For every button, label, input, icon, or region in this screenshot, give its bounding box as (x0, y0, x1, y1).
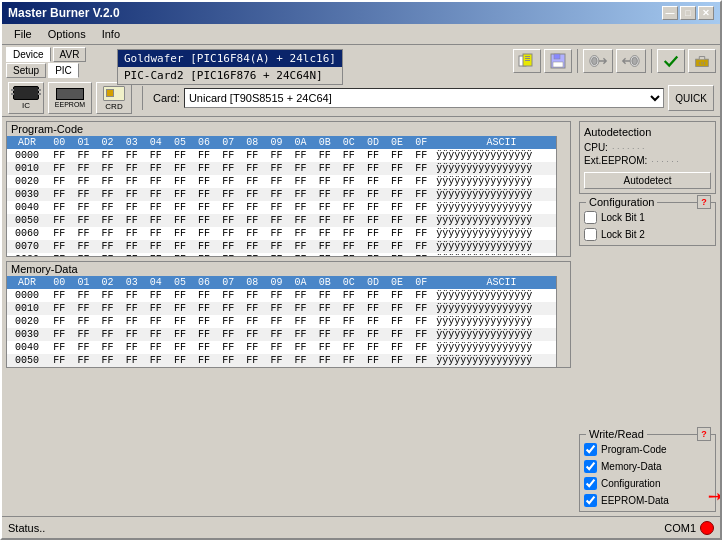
lock-bit2-checkbox[interactable] (584, 228, 597, 241)
table-row: 0060FFFFFFFFFFFFFFFFFFFFFFFFFFFFFFFFÿÿÿÿ… (7, 227, 570, 240)
device-tab[interactable]: Device (6, 47, 51, 62)
wr-checkbox[interactable] (584, 443, 597, 456)
lock-bit1-row: Lock Bit 1 (584, 211, 711, 224)
svg-rect-6 (554, 54, 560, 59)
window-title: Master Burner V.2.0 (8, 6, 120, 20)
lock-bit2-label: Lock Bit 2 (601, 229, 645, 240)
program-code-scrollbar[interactable] (556, 136, 570, 256)
memory-data-table: ADR000102030405060708090A0B0C0D0E0FASCII… (7, 276, 570, 367)
write-read-section: Write/Read ? Program-CodeMemory-DataConf… (579, 434, 716, 512)
wr-row: Memory-Data (584, 460, 711, 473)
separator-3 (142, 86, 143, 110)
setup-tab[interactable]: Setup (6, 63, 46, 78)
read-button[interactable] (616, 49, 646, 73)
title-bar-buttons: — □ ✕ (662, 6, 714, 20)
status-led (700, 521, 714, 535)
table-row: 0000FFFFFFFFFFFFFFFFFFFFFFFFFFFFFFFFÿÿÿÿ… (7, 289, 570, 302)
dropdown-item-1[interactable]: Goldwafer [PIC16F84(A) + 24lc16] (118, 50, 342, 67)
minimize-button[interactable]: — (662, 6, 678, 20)
wr-label: EEPROM-Data (601, 495, 669, 506)
write-read-title: Write/Read (586, 428, 647, 440)
table-row: 0050FFFFFFFFFFFFFFFFFFFFFFFFFFFFFFFFÿÿÿÿ… (7, 354, 570, 367)
table-row: 0000FFFFFFFFFFFFFFFFFFFFFFFFFFFFFFFFÿÿÿÿ… (7, 149, 570, 162)
write-read-items: Program-CodeMemory-DataConfigurationEEPR… (584, 443, 711, 507)
table-row: 0050FFFFFFFFFFFFFFFFFFFFFFFFFFFFFFFFÿÿÿÿ… (7, 214, 570, 227)
main-window: Master Burner V.2.0 — □ ✕ File Options I… (0, 0, 722, 540)
close-button[interactable]: ✕ (698, 6, 714, 20)
program-code-title: Program-Code (7, 122, 570, 136)
autodetect-button[interactable]: Autodetect (584, 172, 711, 189)
table-row: 0030FFFFFFFFFFFFFFFFFFFFFFFFFFFFFFFFÿÿÿÿ… (7, 188, 570, 201)
ic-label: IC (22, 101, 30, 110)
wr-row: EEPROM-Data (584, 494, 711, 507)
card-label: Card: (153, 92, 180, 104)
wr-row: Program-Code (584, 443, 711, 456)
wr-checkbox[interactable] (584, 494, 597, 507)
table-row: 0010FFFFFFFFFFFFFFFFFFFFFFFFFFFFFFFFÿÿÿÿ… (7, 162, 570, 175)
memory-data-title: Memory-Data (7, 262, 570, 276)
config-help-button[interactable]: ? (697, 195, 711, 209)
svg-point-11 (632, 57, 637, 64)
svg-point-9 (592, 57, 597, 64)
status-bar: Status.. COM1 (2, 516, 720, 538)
ext-eeprom-label: Ext.EEPROM: (584, 155, 647, 166)
crd-button[interactable]: CRD (96, 82, 132, 114)
table-row: 0010FFFFFFFFFFFFFFFFFFFFFFFFFFFFFFFFÿÿÿÿ… (7, 302, 570, 315)
cpu-dots: · · · · · · · (612, 143, 711, 153)
eeprom-button[interactable]: EEPROM (48, 82, 92, 114)
ic-button[interactable]: IC (8, 82, 44, 114)
autodetection-title: Autodetection (584, 126, 711, 138)
lock-bit1-label: Lock Bit 1 (601, 212, 645, 223)
status-text: Status.. (8, 522, 664, 534)
avr-tab[interactable]: AVR (53, 47, 87, 62)
left-panel: Program-Code ADR000102030405060708090A0B… (2, 117, 575, 516)
save-button[interactable] (544, 49, 572, 73)
separator-1 (577, 49, 578, 73)
memory-data-section: Memory-Data ADR000102030405060708090A0B0… (6, 261, 571, 368)
maximize-button[interactable]: □ (680, 6, 696, 20)
wr-checkbox[interactable] (584, 477, 597, 490)
svg-rect-4 (525, 60, 530, 61)
erase-button[interactable] (688, 49, 716, 73)
table-row: 0040FFFFFFFFFFFFFFFFFFFFFFFFFFFFFFFFÿÿÿÿ… (7, 201, 570, 214)
menu-info[interactable]: Info (94, 26, 128, 42)
cpu-label: CPU: (584, 142, 608, 153)
svg-rect-3 (525, 58, 530, 59)
cpu-row: CPU: · · · · · · · (584, 142, 711, 153)
svg-rect-7 (553, 62, 563, 67)
configuration-section: Configuration ? Lock Bit 1 Lock Bit 2 (579, 202, 716, 246)
separator-2 (651, 49, 652, 73)
card-select[interactable]: Unicard [T90S8515 + 24C64] (184, 88, 664, 108)
program-code-table: ADR000102030405060708090A0B0C0D0E0FASCII… (7, 136, 570, 256)
eeprom-dots: · · · · · · (651, 156, 711, 166)
crd-label: CRD (105, 102, 122, 111)
verify-button[interactable] (657, 49, 685, 73)
dropdown-item-2[interactable]: PIC-Card2 [PIC16F876 + 24C64N] (118, 67, 342, 84)
right-panel: Autodetection CPU: · · · · · · · Ext.EEP… (575, 117, 720, 516)
eeprom-row: Ext.EEPROM: · · · · · · (584, 155, 711, 166)
write-button[interactable] (583, 49, 613, 73)
menu-options[interactable]: Options (40, 26, 94, 42)
lock-bit1-checkbox[interactable] (584, 211, 597, 224)
wr-checkbox[interactable] (584, 460, 597, 473)
menu-file[interactable]: File (6, 26, 40, 42)
menu-bar: File Options Info (2, 24, 720, 45)
com-label: COM1 (664, 522, 696, 534)
title-bar: Master Burner V.2.0 — □ ✕ (2, 2, 720, 24)
autodetection-section: Autodetection CPU: · · · · · · · Ext.EEP… (579, 121, 716, 194)
program-code-section: Program-Code ADR000102030405060708090A0B… (6, 121, 571, 257)
wr-label: Memory-Data (601, 461, 662, 472)
write-read-help-button[interactable]: ? (697, 427, 711, 441)
wr-label: Configuration (601, 478, 660, 489)
memory-data-table-wrapper[interactable]: ADR000102030405060708090A0B0C0D0E0FASCII… (7, 276, 570, 367)
open-button[interactable] (513, 49, 541, 73)
table-row: 0070FFFFFFFFFFFFFFFFFFFFFFFFFFFFFFFFÿÿÿÿ… (7, 240, 570, 253)
eeprom-label: EEPROM (55, 101, 85, 108)
svg-rect-2 (525, 56, 530, 57)
wr-label: Program-Code (601, 444, 667, 455)
program-code-table-wrapper[interactable]: ADR000102030405060708090A0B0C0D0E0FASCII… (7, 136, 570, 256)
quick-button[interactable]: QUICK (668, 85, 714, 111)
pic-tab[interactable]: PIC (48, 63, 79, 78)
table-row: 0030FFFFFFFFFFFFFFFFFFFFFFFFFFFFFFFFÿÿÿÿ… (7, 328, 570, 341)
memory-data-scrollbar[interactable] (556, 276, 570, 367)
